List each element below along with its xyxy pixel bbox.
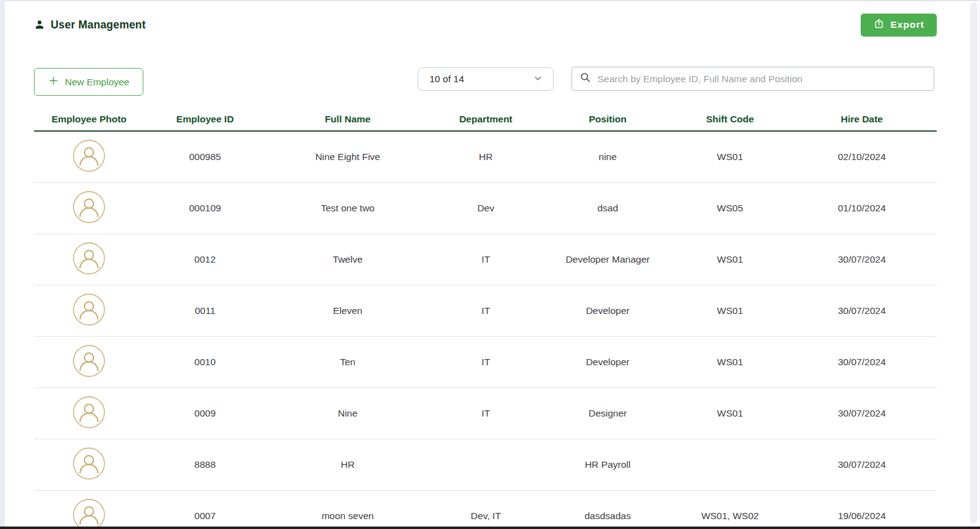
page-size-value: 10 of 14 [429, 74, 464, 85]
table-row[interactable]: 000109 Test one two Dev dsad WS05 01/10/… [34, 182, 937, 234]
shift-code-cell: WS01 [673, 131, 787, 182]
shift-code-cell: WS01 [673, 285, 787, 336]
department-cell: IT [429, 336, 543, 387]
hire-date-cell: 30/07/2024 [787, 336, 937, 387]
table-row[interactable]: 0007 moon seven Dev, IT dasdsadas WS01, … [34, 490, 937, 527]
full-name-cell: Test one two [266, 182, 429, 234]
column-header-employee-id: Employee ID [144, 108, 266, 131]
search-box [572, 67, 934, 91]
hire-date-cell: 01/10/2024 [787, 182, 937, 234]
table-row[interactable]: 000985 Nine Eight Five HR nine WS01 02/1… [34, 131, 937, 182]
export-button-label: Export [890, 19, 924, 30]
employee-photo-cell [34, 387, 144, 439]
vertical-scrollbar[interactable] [970, 2, 978, 524]
department-cell: IT [429, 285, 543, 336]
department-cell [429, 439, 543, 490]
department-cell: IT [429, 387, 543, 439]
column-header-position: Position [543, 108, 674, 131]
shift-code-cell: WS01 [673, 387, 787, 439]
person-avatar-icon [73, 345, 105, 377]
department-cell: HR [429, 131, 543, 182]
full-name-cell: Nine Eight Five [266, 131, 429, 182]
table-row[interactable]: 0012 Twelve IT Developer Manager WS01 30… [34, 234, 937, 285]
table-row[interactable]: 0011 Eleven IT Developer WS01 30/07/2024 [34, 285, 937, 336]
table-row[interactable]: 8888 HR HR Payroll 30/07/2024 [34, 439, 937, 490]
employee-id-cell: 0012 [144, 234, 266, 285]
page-header: User Management Export [34, 12, 937, 37]
department-cell: Dev, IT [429, 490, 543, 527]
employee-photo-cell [34, 285, 144, 336]
department-cell: IT [429, 234, 543, 285]
position-cell: Developer [543, 285, 674, 336]
full-name-cell: Nine [266, 387, 429, 439]
position-cell: Designer [543, 387, 674, 439]
magnifier-icon [580, 72, 591, 86]
full-name-cell: HR [266, 439, 429, 490]
person-icon [34, 19, 45, 30]
position-cell: Developer [543, 336, 674, 387]
department-cell: Dev [429, 182, 543, 234]
employee-photo-cell [34, 182, 144, 234]
shift-code-cell: WS01 [673, 336, 787, 387]
employee-id-cell: 000985 [144, 131, 266, 182]
page-title: User Management [51, 19, 146, 32]
window-left-edge [0, 0, 5, 527]
employee-table-container: Employee Photo Employee ID Full Name Dep… [34, 108, 937, 527]
column-header-employee-photo: Employee Photo [34, 108, 144, 131]
hire-date-cell: 19/06/2024 [787, 490, 937, 527]
employee-photo-cell [34, 490, 144, 527]
hire-date-cell: 30/07/2024 [787, 285, 937, 336]
full-name-cell: Eleven [266, 285, 429, 336]
employee-id-cell: 000109 [144, 182, 266, 234]
person-avatar-icon [73, 499, 105, 527]
column-header-shift-code: Shift Code [673, 108, 787, 131]
table-header-row: Employee Photo Employee ID Full Name Dep… [34, 108, 937, 131]
column-header-hire-date: Hire Date [787, 108, 937, 131]
plus-icon [48, 75, 59, 88]
position-cell: dsad [543, 182, 674, 234]
shift-code-cell: WS05 [673, 182, 787, 234]
employee-photo-cell [34, 336, 144, 387]
hire-date-cell: 30/07/2024 [787, 387, 937, 439]
person-avatar-icon [73, 191, 105, 223]
person-avatar-icon [73, 140, 105, 172]
employee-id-cell: 0010 [144, 336, 266, 387]
person-avatar-icon [73, 396, 105, 428]
hire-date-cell: 30/07/2024 [787, 234, 937, 285]
window-bottom-edge [0, 527, 980, 529]
position-cell: Developer Manager [543, 234, 674, 285]
page-size-select[interactable]: 10 of 14 [418, 67, 554, 91]
new-employee-button[interactable]: New Employee [34, 68, 143, 96]
column-header-department: Department [429, 108, 543, 131]
hire-date-cell: 02/10/2024 [787, 131, 937, 182]
hire-date-cell: 30/07/2024 [787, 439, 937, 490]
position-cell: HR Payroll [543, 439, 674, 490]
title-group: User Management [34, 19, 146, 32]
table-row[interactable]: 0009 Nine IT Designer WS01 30/07/2024 [34, 387, 937, 439]
new-employee-button-label: New Employee [65, 77, 129, 88]
full-name-cell: moon seven [266, 490, 429, 527]
window-top-edge [0, 0, 980, 1]
shift-code-cell: WS01, WS02 [673, 490, 787, 527]
search-input[interactable] [598, 74, 926, 85]
toolbar: New Employee 10 of 14 [34, 67, 937, 96]
shift-code-cell [673, 439, 787, 490]
employee-photo-cell [34, 234, 144, 285]
full-name-cell: Twelve [266, 234, 429, 285]
shift-code-cell: WS01 [673, 234, 787, 285]
position-cell: dasdsadas [543, 490, 674, 527]
person-avatar-icon [73, 447, 105, 480]
employee-table: Employee Photo Employee ID Full Name Dep… [34, 108, 937, 527]
employee-id-cell: 0011 [144, 285, 266, 336]
share-upload-icon [873, 18, 885, 32]
employee-id-cell: 0009 [144, 387, 266, 439]
export-button[interactable]: Export [861, 14, 937, 36]
chevron-down-icon [533, 73, 543, 86]
full-name-cell: Ten [266, 336, 429, 387]
person-avatar-icon [73, 242, 105, 274]
table-row[interactable]: 0010 Ten IT Developer WS01 30/07/2024 [34, 336, 937, 387]
person-avatar-icon [73, 294, 105, 326]
employee-photo-cell [34, 439, 144, 490]
employee-id-cell: 0007 [144, 490, 266, 527]
employee-id-cell: 8888 [144, 439, 266, 490]
